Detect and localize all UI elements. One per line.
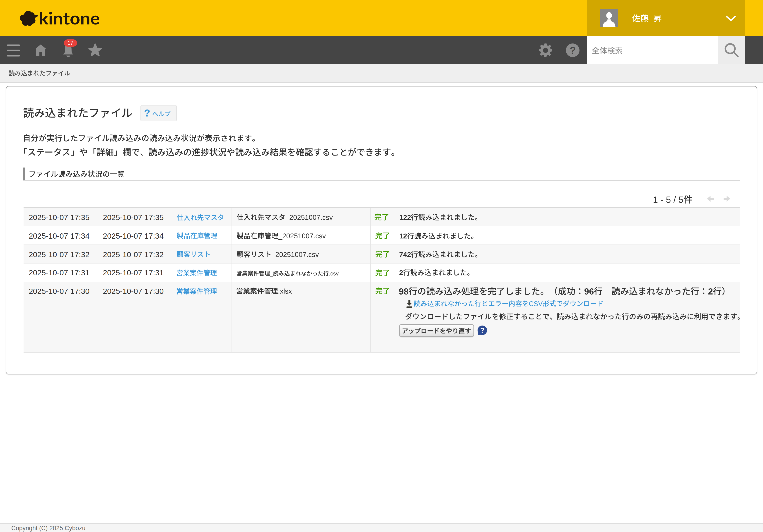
svg-text:?: ?: [480, 326, 485, 334]
svg-text:?: ?: [570, 44, 576, 56]
